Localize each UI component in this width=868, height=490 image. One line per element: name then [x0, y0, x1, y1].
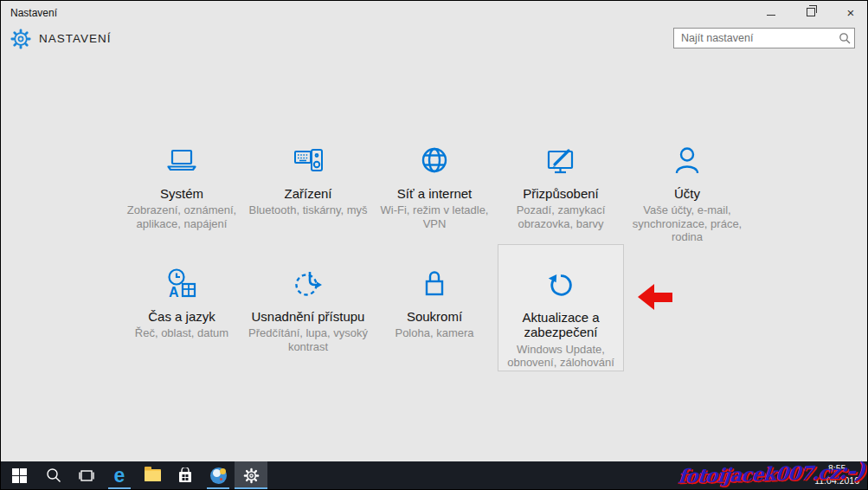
tray-time: 8:55 — [828, 463, 845, 475]
tile-accounts[interactable]: Účty Vaše účty, e-mail, synchronizace, p… — [624, 131, 750, 244]
tile-subtitle: Wi-Fi, režim v letadle, VPN — [371, 203, 498, 230]
magnifier-icon — [835, 32, 854, 44]
tile-update-security[interactable]: Aktualizace a zabezpečení Windows Update… — [498, 244, 624, 371]
tile-subtitle: Vaše účty, e-mail, synchronizace, práce,… — [624, 203, 750, 243]
red-left-arrow-annotation — [638, 284, 672, 310]
folder-icon — [145, 469, 161, 481]
globe-icon — [415, 140, 453, 182]
tile-title: Aktualizace a zabezpečení — [498, 310, 623, 340]
gear-icon — [243, 467, 260, 484]
paint-app-icon — [210, 467, 227, 484]
search-input[interactable] — [674, 32, 835, 44]
gear-icon — [10, 28, 32, 50]
edge-button[interactable]: e — [103, 461, 136, 489]
file-explorer-button[interactable] — [136, 461, 169, 489]
tray-date: 11.04.2016 — [814, 475, 859, 487]
store-button[interactable] — [169, 461, 202, 489]
tile-time-language[interactable]: A Čas a jazyk Řeč, oblast, datum — [119, 244, 245, 371]
tile-title: Soukromí — [407, 309, 462, 324]
task-view-icon — [78, 469, 95, 482]
tile-title: Usnadnění přístupu — [252, 309, 365, 324]
tile-title: Čas a jazyk — [148, 309, 215, 324]
tile-personalization[interactable]: Přizpůsobení Pozadí, zamykací obrazovka,… — [498, 131, 624, 244]
close-button[interactable]: × — [841, 3, 860, 21]
taskbar: e — [1, 461, 867, 489]
tray-clock[interactable]: 8:55 11.04.2016 — [814, 463, 863, 487]
update-icon — [542, 264, 580, 306]
running-indicator — [207, 487, 229, 489]
titlebar: Nastavení × — [1, 1, 867, 23]
windows-logo-icon — [12, 468, 27, 483]
lock-icon — [415, 263, 453, 305]
tile-devices[interactable]: Zařízení Bluetooth, tiskárny, myš — [245, 131, 371, 244]
devices-icon — [289, 140, 327, 182]
tile-ease-of-access[interactable]: Usnadnění přístupu Předčítání, lupa, vys… — [245, 244, 371, 371]
taskbar-settings-button[interactable] — [235, 461, 267, 489]
window-title: Nastavení — [10, 7, 57, 19]
paint-app-button[interactable] — [202, 461, 235, 489]
running-indicator — [108, 487, 131, 489]
restore-button[interactable] — [801, 3, 820, 21]
page-title: NASTAVENÍ — [39, 32, 112, 45]
tile-subtitle: Windows Update, obnovení, zálohování — [498, 343, 623, 370]
tile-title: Síť a internet — [397, 186, 473, 201]
active-indicator — [235, 487, 267, 489]
arrow-head — [638, 284, 654, 310]
minimize-button[interactable] — [762, 3, 781, 21]
tile-title: Systém — [160, 186, 203, 201]
tile-subtitle: Zobrazení, oznámení, aplikace, napájení — [119, 203, 245, 230]
minimize-icon — [767, 15, 775, 16]
tile-title: Zařízení — [284, 186, 331, 201]
tile-subtitle: Pozadí, zamykací obrazovka, barvy — [498, 203, 624, 230]
ease-of-access-icon — [289, 263, 327, 305]
system-tray: 8:55 11.04.2016 — [814, 461, 863, 489]
tile-system[interactable]: Systém Zobrazení, oznámení, aplikace, na… — [119, 131, 245, 244]
taskbar-search-button[interactable] — [37, 461, 70, 489]
tile-subtitle: Poloha, kamera — [393, 326, 475, 339]
app-header: NASTAVENÍ — [1, 23, 867, 58]
settings-tile-grid: Systém Zobrazení, oznámení, aplikace, na… — [119, 131, 750, 371]
clock-language-icon: A — [163, 263, 201, 305]
tile-title: Účty — [674, 186, 700, 201]
search-icon — [46, 467, 61, 483]
window-controls: × — [762, 1, 860, 23]
svg-text:A: A — [169, 285, 179, 300]
laptop-icon — [163, 140, 201, 182]
settings-window: Nastavení × — [0, 0, 868, 490]
tile-privacy[interactable]: Soukromí Poloha, kamera — [371, 244, 498, 371]
store-bag-icon — [177, 467, 193, 483]
tile-network[interactable]: Síť a internet Wi-Fi, režim v letadle, V… — [371, 131, 498, 244]
arrow-shaft — [654, 293, 672, 302]
tile-subtitle: Řeč, oblast, datum — [133, 326, 230, 339]
task-view-button[interactable] — [70, 461, 103, 489]
close-icon: × — [847, 6, 855, 19]
person-icon — [668, 140, 706, 182]
tile-subtitle: Předčítání, lupa, vysoký kontrast — [245, 326, 371, 353]
personalization-icon — [542, 140, 580, 182]
edge-icon: e — [114, 466, 125, 486]
start-button[interactable] — [1, 461, 37, 489]
tile-subtitle: Bluetooth, tiskárny, myš — [247, 203, 369, 216]
search-box[interactable] — [673, 28, 855, 48]
tile-title: Přizpůsobení — [523, 186, 599, 201]
restore-icon — [807, 8, 815, 16]
